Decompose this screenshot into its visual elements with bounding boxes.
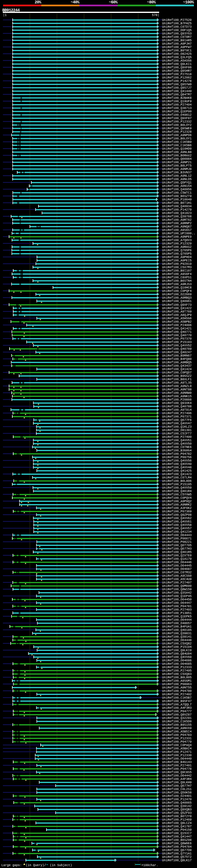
svg-text:UniRef100_Q9LKH9: UniRef100_Q9LKH9 <box>162 781 192 784</box>
svg-text:UniRef100_Q6T705: UniRef100_Q6T705 <box>162 544 192 547</box>
svg-text:UniRef100_A9NMJ8: UniRef100_A9NMJ8 <box>162 167 192 171</box>
svg-text:UniRef100_O64442: UniRef100_O64442 <box>162 774 192 777</box>
svg-text:UniRef100_P27492: UniRef100_P27492 <box>162 693 192 696</box>
svg-text:UniRef100_P04783: UniRef100_P04783 <box>162 734 192 737</box>
svg-text:UniRef100_Q93YG3: UniRef100_Q93YG3 <box>162 32 192 35</box>
svg-text:UniRef100_Q5ZF93: UniRef100_Q5ZF93 <box>162 811 192 815</box>
svg-text:|1: |1 <box>3 13 7 17</box>
svg-text:UniRef100_Q9LKI0: UniRef100_Q9LKI0 <box>162 649 192 652</box>
svg-text:UniRef100_P07370: UniRef100_P07370 <box>162 337 192 341</box>
svg-text:UniRef100_A9NNW9: UniRef100_A9NNW9 <box>162 391 192 395</box>
svg-text:UniRef100_Q3LFQ5: UniRef100_Q3LFQ5 <box>162 56 192 59</box>
svg-text:UniRef100_P27518: UniRef100_P27518 <box>162 73 192 76</box>
svg-text:UniRef100_C6TLM4: UniRef100_C6TLM4 <box>162 476 192 479</box>
svg-text:UniRef100_Q4VV51: UniRef100_Q4VV51 <box>162 439 192 442</box>
svg-text:UniRef100_Q41425: UniRef100_Q41425 <box>162 469 192 473</box>
svg-text:UniRef100_B0L806: UniRef100_B0L806 <box>162 479 192 483</box>
svg-text:UniRef100_A5BPB2: UniRef100_A5BPB2 <box>162 320 192 323</box>
svg-text:UniRef100_O48657: UniRef100_O48657 <box>162 622 192 625</box>
svg-text:UniRef100_Q40770: UniRef100_Q40770 <box>162 334 192 337</box>
svg-text:UniRef100_A9S6S7: UniRef100_A9S6S7 <box>162 228 192 232</box>
svg-text:UniRef100_UPI000..: UniRef100_UPI000.. <box>162 232 195 235</box>
svg-text:UniRef100_P09756: UniRef100_P09756 <box>162 456 192 459</box>
svg-text:UniRef100_C6TD73: UniRef100_C6TD73 <box>162 25 192 29</box>
svg-text:UniRef100_Q39768: UniRef100_Q39768 <box>162 215 192 218</box>
svg-text:UniRef100_Q4VV58: UniRef100_Q4VV58 <box>162 523 192 527</box>
svg-text:UniRef100_Q1EP00: UniRef100_Q1EP00 <box>162 110 192 113</box>
svg-text:UniRef100_Q8W0E6: UniRef100_Q8W0E6 <box>162 842 192 845</box>
svg-text:UniRef100_A5ASG6: UniRef100_A5ASG6 <box>162 59 192 63</box>
svg-text:UniRef100_C8XPS1: UniRef100_C8XPS1 <box>162 276 192 279</box>
svg-text:UniRef100_Q40065: UniRef100_Q40065 <box>162 801 192 805</box>
svg-text:UniRef100_Q40934: UniRef100_Q40934 <box>162 205 192 208</box>
svg-text:UniRef100_A9PFW7: UniRef100_A9PFW7 <box>162 45 192 49</box>
svg-text:UniRef100_P27496: UniRef100_P27496 <box>162 412 192 415</box>
svg-text:UniRef100_C6T8R7: UniRef100_C6T8R7 <box>162 35 192 39</box>
svg-text:UniRef100_P12328: UniRef100_P12328 <box>162 130 192 134</box>
svg-text:UniRef100_Q575T2: UniRef100_Q575T2 <box>162 856 192 859</box>
svg-text:UniRef100_Q41422: UniRef100_Q41422 <box>162 307 192 310</box>
svg-text:UniRef100_C1K5B7: UniRef100_C1K5B7 <box>162 696 192 700</box>
svg-text:UniRef100_P27491: UniRef100_P27491 <box>162 764 192 767</box>
svg-text:UniRef100_B9RN67: UniRef100_B9RN67 <box>162 354 192 358</box>
svg-text:UniRef100_B6T1H1: UniRef100_B6T1H1 <box>162 202 192 205</box>
svg-text:UniRef100_O64448: UniRef100_O64448 <box>162 639 192 642</box>
svg-text:Large gaps:: Large gaps: <box>2 864 22 867</box>
svg-text:UniRef100_P20866: UniRef100_P20866 <box>162 398 192 402</box>
svg-text:UniRef100_A9TL35: UniRef100_A9TL35 <box>162 381 192 384</box>
svg-text:UniRef100_C5X7M3: UniRef100_C5X7M3 <box>162 266 192 269</box>
svg-text:UniRef100_Q41423: UniRef100_Q41423 <box>162 473 192 476</box>
svg-text:UniRef100_O64444: UniRef100_O64444 <box>162 618 192 622</box>
svg-text:UniRef100_A4F3R4: UniRef100_A4F3R4 <box>162 777 192 781</box>
svg-text:UniRef100_B4G143: UniRef100_B4G143 <box>162 761 192 764</box>
svg-text:UniRef100_P08221: UniRef100_P08221 <box>162 540 192 544</box>
svg-text:UniRef100_P12329: UniRef100_P12329 <box>162 242 192 245</box>
svg-text:UniRef100_P06671: UniRef100_P06671 <box>162 537 192 540</box>
svg-text:UniRef100_P04782: UniRef100_P04782 <box>162 452 192 456</box>
svg-text:UniRef100_Q9SYW9: UniRef100_Q9SYW9 <box>162 83 192 86</box>
svg-text:UniRef100_P04778: UniRef100_P04778 <box>162 767 192 771</box>
svg-text:UniRef100_Q1KLZ3: UniRef100_Q1KLZ3 <box>162 425 192 429</box>
svg-text:UniRef100_A9RBQ3: UniRef100_A9RBQ3 <box>162 296 192 300</box>
svg-text:UniRef100_A9NT55: UniRef100_A9NT55 <box>162 686 192 689</box>
svg-text:UniRef100_Q461R5: UniRef100_Q461R5 <box>162 551 192 554</box>
svg-text:UniRef100_C0PQF4: UniRef100_C0PQF4 <box>162 289 192 293</box>
svg-text:UniRef100_Q41424: UniRef100_Q41424 <box>162 368 192 371</box>
svg-text:UniRef100_Q39141: UniRef100_Q39141 <box>162 635 192 639</box>
svg-text:UniRef100_Q8LCZ4: UniRef100_Q8LCZ4 <box>162 822 192 825</box>
svg-text:UniRef100_Q9ZP08: UniRef100_Q9ZP08 <box>162 513 192 517</box>
svg-text:UniRef100_P27490: UniRef100_P27490 <box>162 435 192 439</box>
svg-text:UniRef100_Q40185: UniRef100_Q40185 <box>162 628 192 632</box>
svg-text:UniRef100_A5C4U9: UniRef100_A5C4U9 <box>162 578 192 581</box>
svg-text:~80%: ~80% <box>147 0 156 5</box>
svg-text:UniRef100_B0LOY2: UniRef100_B0LOY2 <box>162 123 192 127</box>
svg-text:UniRef100_Q50K58: UniRef100_Q50K58 <box>162 791 192 795</box>
svg-text:UniRef100_B9S155: UniRef100_B9S155 <box>162 723 192 727</box>
svg-text:UniRef100_P14278: UniRef100_P14278 <box>162 80 192 83</box>
svg-text:UniRef100_C0L2S1: UniRef100_C0L2S1 <box>162 787 192 791</box>
svg-text:UniRef100_Q765P6: UniRef100_Q765P6 <box>162 249 192 252</box>
svg-text:UniRef100_P04159: UniRef100_P04159 <box>162 828 192 832</box>
svg-text:UniRef100_A9RAS2: UniRef100_A9RAS2 <box>162 245 192 249</box>
svg-text:UniRef100_A9NLB8: UniRef100_A9NLB8 <box>162 151 192 154</box>
svg-text:=100char.: =100char. <box>141 864 158 867</box>
svg-text:UniRef100_A9RT62: UniRef100_A9RT62 <box>162 218 192 222</box>
svg-text:UniRef100_Q3SA42: UniRef100_Q3SA42 <box>162 591 192 595</box>
svg-text:UniRef100_P15194: UniRef100_P15194 <box>162 645 192 649</box>
svg-text:UniRef100_O24401: UniRef100_O24401 <box>162 795 192 798</box>
svg-text:UniRef100_A6N154: UniRef100_A6N154 <box>162 184 192 188</box>
svg-text:UniRef100_Q38713: UniRef100_Q38713 <box>162 106 192 110</box>
svg-text:UniRef100_B4FUA1: UniRef100_B4FUA1 <box>162 625 192 628</box>
svg-text:UniRef100_P12330: UniRef100_P12330 <box>162 754 192 757</box>
svg-text:UniRef100_Q9LKI1: UniRef100_Q9LKI1 <box>162 63 192 66</box>
svg-text:UniRef100_Q4VV49: UniRef100_Q4VV49 <box>162 463 192 466</box>
svg-text:UniRef100_P12333: UniRef100_P12333 <box>162 666 192 669</box>
svg-text:~40%: ~40% <box>70 0 79 5</box>
svg-text:UniRef100_A9T769: UniRef100_A9T769 <box>162 310 192 313</box>
svg-text:UniRef100_B9I107: UniRef100_B9I107 <box>162 269 192 273</box>
svg-text:UniRef100_Q40956: UniRef100_Q40956 <box>162 188 192 191</box>
svg-text:UniRef100_Q4VV60: UniRef100_Q4VV60 <box>162 655 192 659</box>
svg-text:UniRef100_D0F1Q5: UniRef100_D0F1Q5 <box>162 29 192 32</box>
svg-text:UniRef100_Q461R4: UniRef100_Q461R4 <box>162 490 192 493</box>
svg-text:UniRef100_A7QQL7: UniRef100_A7QQL7 <box>162 703 192 706</box>
